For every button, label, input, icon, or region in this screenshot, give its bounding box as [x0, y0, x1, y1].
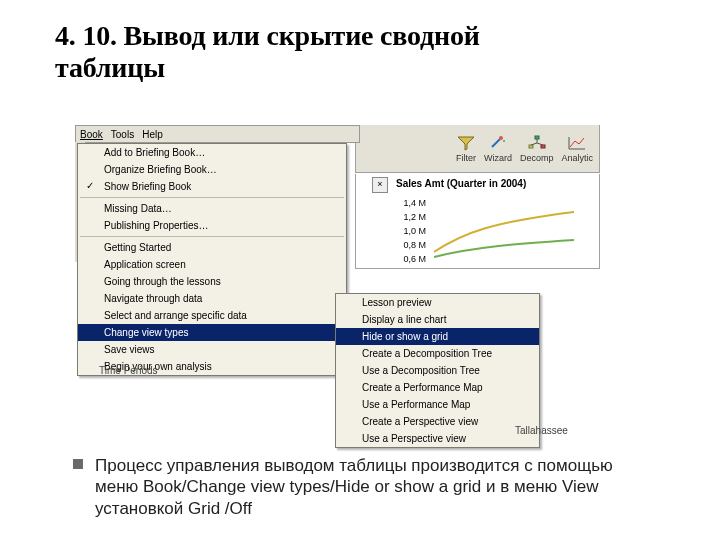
separator — [80, 197, 344, 198]
ytick: 0,6 M — [396, 252, 426, 266]
svg-point-1 — [503, 140, 505, 142]
submenu-use-perfmap[interactable]: Use a Performance Map — [336, 396, 539, 413]
toolbar-wizard-label: Wizard — [484, 153, 512, 163]
menu-item-missing-data[interactable]: Missing Data… — [78, 200, 346, 217]
ytick: 1,0 M — [396, 224, 426, 238]
submenu-hide-grid[interactable]: Hide or show a grid — [336, 328, 539, 345]
submenu-create-perfmap[interactable]: Create a Performance Map — [336, 379, 539, 396]
svg-rect-4 — [541, 145, 545, 148]
y-axis-labels: 1,4 M 1,2 M 1,0 M 0,8 M 0,6 M — [396, 196, 426, 266]
chart-title: Sales Amt (Quarter in 2004) — [396, 178, 526, 189]
chart-icon — [567, 134, 587, 152]
submenu-create-perspective[interactable]: Create a Perspective view — [336, 413, 539, 430]
submenu-use-perspective[interactable]: Use a Perspective view — [336, 430, 539, 447]
trailing-text-2: Tallahassee — [515, 425, 568, 436]
toolbar-analytics-label: Analytic — [561, 153, 593, 163]
menu-item-lessons[interactable]: Going through the lessons — [78, 273, 346, 290]
svg-rect-3 — [529, 145, 533, 148]
menubar: Book Tools Help — [75, 125, 360, 143]
menu-item-show-briefing[interactable]: Show Briefing Book — [78, 178, 346, 195]
menu-item-select-data[interactable]: Select and arrange specific data — [78, 307, 346, 324]
toolbar-decomp-label: Decomp — [520, 153, 554, 163]
menu-book[interactable]: Book — [80, 129, 103, 140]
svg-point-0 — [499, 136, 503, 140]
funnel-icon — [456, 134, 476, 152]
submenu-lesson-preview[interactable]: Lesson preview — [336, 294, 539, 311]
ytick: 0,8 M — [396, 238, 426, 252]
menu-item-app-screen[interactable]: Application screen — [78, 256, 346, 273]
toolbar-filter[interactable]: Filter — [456, 134, 476, 163]
chart-area: × Sales Amt (Quarter in 2004) 1,4 M 1,2 … — [355, 174, 600, 269]
menu-item-navigate[interactable]: Navigate through data — [78, 290, 346, 307]
screenshot-panel: Filter Wizard Decomp Analytic × Sales Am… — [75, 125, 600, 435]
bullet-text: Процесс управления выводом таблицы произ… — [95, 455, 655, 519]
menu-item-publishing[interactable]: Publishing Properties… — [78, 217, 346, 234]
close-icon[interactable]: × — [372, 177, 388, 193]
menu-item-change-view[interactable]: Change view types — [78, 324, 346, 341]
slide-title: 4. 10. Вывод или скрытие сводной таблицы — [55, 20, 480, 84]
menu-tools[interactable]: Tools — [111, 129, 134, 140]
menu-item-add-briefing[interactable]: Add to Briefing Book… — [78, 144, 346, 161]
submenu-use-decomp[interactable]: Use a Decomposition Tree — [336, 362, 539, 379]
menu-item-getting-started[interactable]: Getting Started — [78, 239, 346, 256]
book-dropdown: Add to Briefing Book… Organize Briefing … — [77, 143, 347, 376]
chart-line-icon — [434, 202, 574, 262]
toolbar-analytics[interactable]: Analytic — [561, 134, 593, 163]
change-view-submenu: Lesson preview Display a line chart Hide… — [335, 293, 540, 448]
separator — [80, 236, 344, 237]
tree-icon — [527, 134, 547, 152]
menu-item-save-views[interactable]: Save views — [78, 341, 346, 358]
submenu-line-chart[interactable]: Display a line chart — [336, 311, 539, 328]
toolbar-decomp[interactable]: Decomp — [520, 134, 554, 163]
ytick: 1,4 M — [396, 196, 426, 210]
menu-help[interactable]: Help — [142, 129, 163, 140]
ytick: 1,2 M — [396, 210, 426, 224]
toolbar-wizard[interactable]: Wizard — [484, 134, 512, 163]
submenu-create-decomp[interactable]: Create a Decomposition Tree — [336, 345, 539, 362]
wand-icon — [488, 134, 508, 152]
menu-item-organize-briefing[interactable]: Organize Briefing Book… — [78, 161, 346, 178]
toolbar: Filter Wizard Decomp Analytic — [355, 125, 600, 173]
title-line1: 4. 10. Вывод или скрытие сводной — [55, 20, 480, 51]
trailing-text: Time Periods — [99, 365, 158, 376]
toolbar-filter-label: Filter — [456, 153, 476, 163]
bullet-icon — [73, 459, 83, 469]
title-line2: таблицы — [55, 52, 165, 83]
svg-rect-2 — [535, 136, 539, 139]
